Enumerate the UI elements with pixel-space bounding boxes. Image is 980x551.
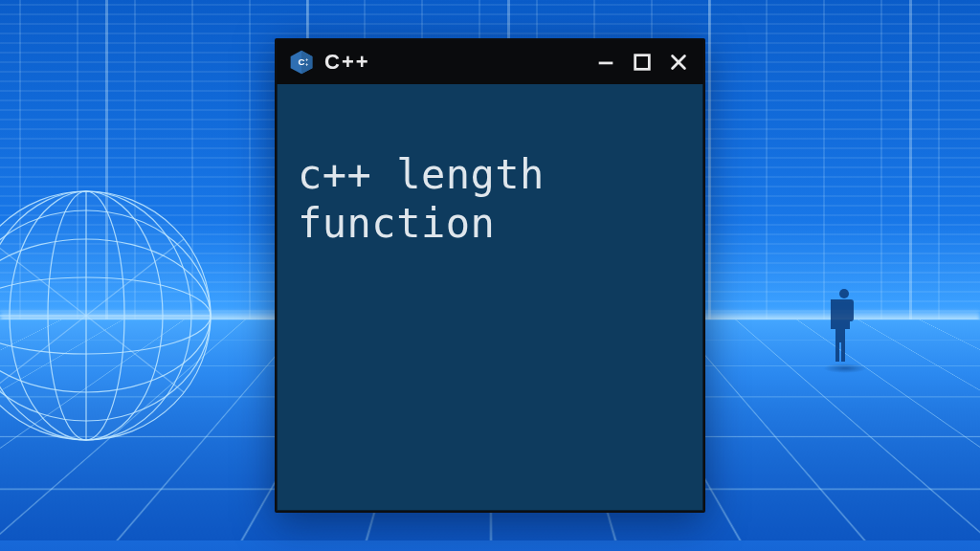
terminal-text: c++ length function: [298, 151, 545, 247]
maximize-button[interactable]: [629, 49, 656, 76]
svg-text:C: C: [299, 56, 305, 67]
titlebar[interactable]: C + + C++: [277, 40, 703, 84]
svg-text:+: +: [305, 62, 308, 67]
terminal-window-wrap: C + + C++: [275, 38, 705, 513]
svg-point-12: [839, 289, 849, 298]
close-button[interactable]: [665, 49, 692, 76]
terminal-body[interactable]: c++ length function: [277, 84, 703, 511]
window-controls: [592, 49, 692, 76]
cpp-icon: C + +: [288, 49, 315, 76]
svg-point-11: [0, 191, 211, 440]
svg-rect-19: [635, 55, 650, 70]
minimize-button[interactable]: [592, 49, 619, 76]
wireframe-globe: [0, 172, 230, 459]
standing-figure: [831, 287, 858, 365]
window-title: C++: [324, 50, 370, 75]
terminal-window: C + + C++: [275, 38, 705, 513]
svg-text:+: +: [305, 57, 308, 62]
